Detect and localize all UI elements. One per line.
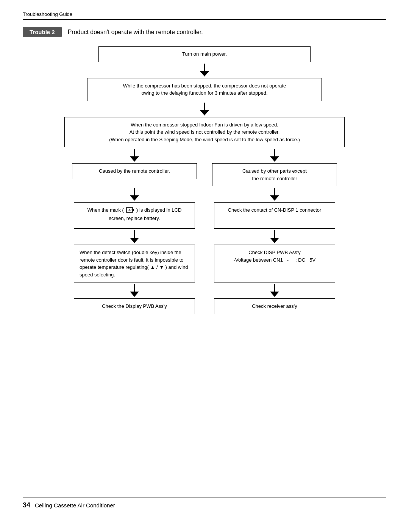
page-header: Troubleshooting Guide: [23, 11, 386, 20]
trouble-badge: Trouble 2: [23, 27, 62, 37]
split-boxes-4: Check the Display PWB Ass'y Check receiv…: [64, 298, 345, 314]
trouble-row: Trouble 2 Product doesn't operate with t…: [23, 27, 386, 37]
split-boxes-1: Caused by the remote controller. Caused …: [64, 163, 345, 186]
split-arrows-3: [64, 229, 345, 245]
flow-box-display-pwb: Check the Display PWB Ass'y: [74, 298, 195, 314]
split-arrows-4: [64, 282, 345, 298]
svg-rect-1: [133, 209, 134, 211]
split-boxes-2: When the mark ( ) is displayed in LCD sc…: [64, 202, 345, 229]
flow-box-3: When the compressor stopped Indoor Fan i…: [64, 117, 345, 148]
battery-icon: [126, 206, 134, 215]
arrow-1: [200, 64, 209, 76]
flow-box-battery: When the mark ( ) is displayed in LCD sc…: [74, 202, 195, 229]
flow-box-receiver: Check receiver ass'y: [214, 298, 335, 314]
trouble-description: Product doesn't operate with the remote …: [68, 29, 203, 36]
arrow-2: [200, 103, 209, 115]
flow-box-detect: When the detect switch (double key) insi…: [74, 245, 195, 282]
flow-box-right-split: Caused by other parts except the remote …: [212, 163, 337, 186]
footer-page-number: 34: [23, 501, 30, 509]
flow-box-connector: Check the contact of CN-DISP 1 connector: [214, 202, 335, 229]
split-arrows-2: [64, 186, 345, 202]
page-footer: 34 Ceiling Cassette Air Conditioner: [23, 498, 386, 509]
split-boxes-3: When the detect switch (double key) insi…: [64, 245, 345, 282]
page-wrapper: Troubleshooting Guide Trouble 2 Product …: [0, 0, 409, 532]
flow-box-2: While the compressor has been stopped, t…: [87, 78, 322, 101]
split-arrows-top: [64, 147, 345, 163]
footer-text: Ceiling Cassette Air Conditioner: [35, 502, 115, 509]
flow-box-1: Turn on main power.: [98, 46, 311, 62]
flow-box-left-split: Caused by the remote controller.: [72, 163, 197, 179]
page-header-title: Troubleshooting Guide: [23, 11, 72, 17]
svg-marker-2: [127, 208, 133, 212]
flow-diagram: Turn on main power. While the compressor…: [23, 46, 386, 406]
flow-box-disp: Check DISP PWB Ass'y-Voltage between CN1…: [214, 245, 335, 282]
